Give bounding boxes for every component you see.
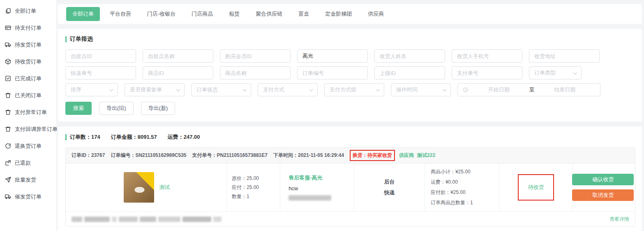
tab-deposit-ladder-group[interactable]: 定金阶梯团	[319, 7, 358, 21]
order-card-footer: 查看详情	[66, 211, 635, 226]
order-freight: 运费：247.00	[168, 133, 200, 141]
order-channel: 后台	[384, 178, 395, 186]
order-status-select[interactable]: 订单状态	[191, 83, 251, 96]
sidebar-item-label: 催发货订单	[15, 193, 42, 201]
order-count: 订单数：174	[70, 133, 100, 141]
order-card-body: 测试 原价：25.00 应付：25.00 数量：1 售后客服-高光 hcw 后台	[66, 163, 635, 211]
trash-icon	[5, 126, 11, 132]
main-content: 全部订单 平台自营 门店-收银台 门店商品 租赁 聚合供应链 盲盒 定金阶梯团 …	[56, 0, 644, 231]
chevron-down-icon	[110, 87, 114, 91]
sidebar-item-label: 批量发货	[15, 176, 36, 184]
sidebar-item-batch-shipment[interactable]: 批量发货	[0, 171, 56, 188]
sidebar-item-label: 待支付订单	[15, 24, 42, 32]
filter-section-title: 订单筛选	[65, 35, 635, 43]
order-type-select[interactable]: 订单类型	[529, 66, 582, 79]
tab-store-goods[interactable]: 门店商品	[185, 7, 219, 21]
tab-aggregate-supply-chain[interactable]: 聚合供应链	[249, 7, 289, 21]
sidebar-item-pending-payment[interactable]: 待支付订单	[0, 19, 56, 36]
order-card: 订单ID：23767 订单编号：SN211105162989C535 支付单号：…	[65, 147, 635, 227]
pickup-point-name-input[interactable]	[143, 49, 213, 63]
order-no-input[interactable]	[297, 66, 368, 79]
export-new-button[interactable]: 导出(新)	[141, 102, 175, 115]
redacted-address	[72, 217, 222, 222]
tab-platform-self[interactable]: 平台自营	[104, 7, 137, 21]
sidebar-item-payment-callback-error[interactable]: 支付回调异常订单	[0, 121, 56, 138]
payment-no-input[interactable]	[452, 66, 522, 79]
sidebar-item-closed[interactable]: 已关闭订单	[0, 87, 56, 104]
sidebar-item-all-orders[interactable]: 全部订单	[0, 2, 56, 19]
start-date-placeholder: 开始日期	[469, 86, 529, 93]
cancel-shipment-button[interactable]: 取消发货	[572, 189, 634, 201]
search-button[interactable]: 搜索	[65, 102, 92, 115]
sidebar-item-urge-shipment[interactable]: 催发货订单	[0, 188, 56, 205]
tab-store-cashier[interactable]: 门店-收银台	[141, 7, 182, 21]
supplier-name: 测试222	[417, 152, 435, 159]
freight-amount: 运费：¥0.00	[431, 179, 495, 186]
first-order-select[interactable]: 是否搜索首单	[125, 83, 185, 96]
pickup-point-id-input[interactable]	[65, 49, 136, 63]
buyer-member-id-input[interactable]	[220, 49, 291, 63]
section-accent-bar	[65, 36, 67, 42]
order-type-tabbar: 全部订单 平台自营 门店-收银台 门店商品 租赁 聚合供应链 盲盒 定金阶梯团 …	[58, 4, 642, 24]
order-number: 订单编号：SN211105162989C535	[111, 152, 186, 159]
sidebar-item-completed[interactable]: 已完成订单	[0, 70, 56, 87]
receiver-name-input[interactable]	[374, 49, 445, 63]
product-name-link[interactable]: 测试	[159, 184, 170, 191]
pay-method-select[interactable]: 支付方式	[258, 83, 318, 96]
tab-supplier[interactable]: 供应商	[362, 7, 390, 21]
after-sales-service-link[interactable]: 售后客服-高光	[289, 174, 350, 182]
order-filter-panel: 订单筛选 订单类型	[58, 29, 642, 121]
total-item-count: 订单商品总数量：1	[431, 199, 495, 206]
actions-cell: 确认收货 取消发货	[573, 163, 635, 211]
chevron-down-icon	[573, 70, 577, 75]
tab-all-orders[interactable]: 全部订单	[66, 7, 100, 21]
chevron-down-icon	[176, 87, 180, 91]
sidebar-item-refunded[interactable]: 已退款	[0, 154, 56, 171]
product-cell: 测试	[66, 163, 227, 211]
export-old-button[interactable]: 导出(旧)	[99, 102, 134, 115]
sidebar-item-label: 已完成订单	[15, 75, 42, 82]
product-id-input[interactable]	[143, 66, 213, 79]
tab-blind-box[interactable]: 盲盒	[292, 7, 315, 21]
package-icon	[5, 58, 11, 65]
filter-row-2: 订单类型	[65, 66, 635, 79]
trash-icon	[5, 92, 11, 98]
quantity: 数量：1	[232, 194, 276, 200]
product-name-input[interactable]	[220, 66, 291, 79]
pay-method-group-select[interactable]: 支付方式组	[324, 83, 384, 96]
export-icon	[5, 160, 11, 166]
sidebar-item-pending-shipment[interactable]: 待发货订单	[0, 36, 56, 53]
order-list-panel: 订单数：174 订单金额：8091.57 运费：247.00 订单ID：2376…	[58, 126, 642, 231]
chevron-down-icon	[309, 87, 314, 91]
payable-price: 应付：25.00	[232, 184, 276, 191]
tracking-no-input[interactable]	[65, 66, 136, 79]
receiver-phone-input[interactable]	[452, 49, 522, 63]
amounts-cell: 商品小计：¥25.00 运费：¥0.00 应付款：¥25.00 订单商品总数量：…	[425, 163, 499, 211]
filter-title-text: 订单筛选	[70, 35, 93, 43]
sidebar-item-label: 待收货订单	[15, 58, 42, 65]
sidebar-item-returns[interactable]: 退换货订单	[0, 138, 56, 154]
chevron-down-icon	[243, 87, 247, 91]
sidebar-item-pending-receipt[interactable]: 待收货订单	[0, 53, 56, 70]
operate-time-select[interactable]: 操作时间	[391, 83, 451, 96]
date-range-picker[interactable]: 开始日期 至 结束日期	[457, 83, 600, 96]
check-square-icon	[5, 75, 11, 82]
product-thumbnail[interactable]	[124, 172, 154, 203]
card-icon	[5, 25, 11, 31]
order-admin-app: 全部订单 待支付订单 待发货订单 待收货订单 已完成订单 已关闭订单 支付异常订…	[0, 0, 644, 231]
end-date-placeholder: 结束日期	[535, 86, 596, 93]
status-annotation-box: 待收货	[518, 174, 554, 201]
sidebar-item-label: 支付异常订单	[15, 109, 47, 116]
supplier-label: 供应商	[399, 152, 414, 159]
keyword-input[interactable]	[297, 49, 368, 63]
sidebar-item-payment-error[interactable]: 支付异常订单	[0, 104, 56, 121]
view-detail-link[interactable]: 查看详情	[609, 216, 629, 223]
tab-rental[interactable]: 租赁	[223, 7, 246, 21]
sort-select[interactable]: 排序	[65, 83, 118, 96]
sidebar-item-label: 全部订单	[15, 7, 36, 15]
receiver-address-input[interactable]	[529, 49, 600, 63]
payment-number: 支付单号：PN21110516573881E7	[192, 152, 268, 159]
truck-icon	[5, 42, 11, 48]
confirm-receipt-button[interactable]: 确认收货	[572, 174, 634, 185]
parent-id-input[interactable]	[374, 66, 445, 79]
